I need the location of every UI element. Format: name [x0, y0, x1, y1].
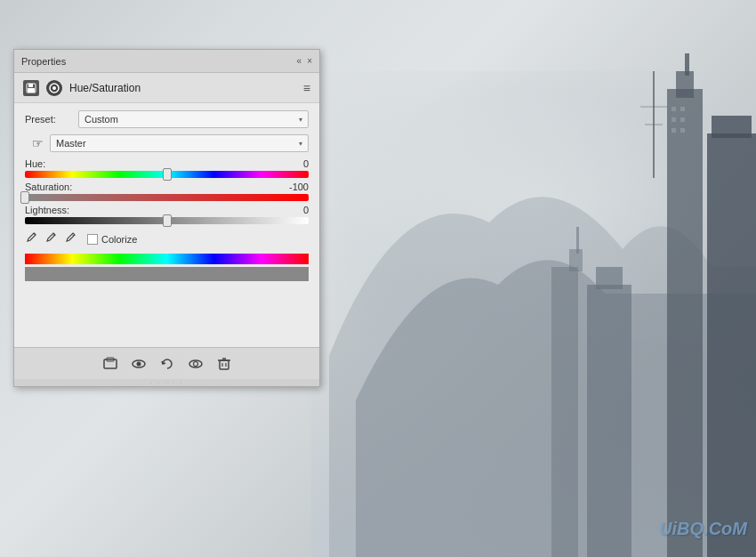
preset-dropdown-arrow: ▾ [299, 116, 302, 124]
svg-text:+: + [52, 232, 56, 238]
collapse-button[interactable]: « [297, 57, 302, 66]
fog-layer-1 [311, 71, 756, 338]
eyedropper-add-tool[interactable]: + [44, 231, 57, 246]
layer-icon[interactable] [46, 80, 62, 96]
preset-value: Custom [84, 114, 118, 125]
close-button[interactable]: × [307, 57, 312, 66]
panel-header: Hue/Saturation ≡ [14, 73, 319, 103]
colorize-checkbox-group: Colorize [87, 234, 137, 245]
properties-panel: Properties « × Hue/Saturation ≡ Preset: … [13, 49, 320, 387]
preset-label: Preset: [25, 114, 78, 125]
hue-section: Hue: 0 [25, 158, 309, 178]
saturation-slider-track[interactable] [25, 194, 309, 201]
color-bar-full [25, 254, 309, 264]
hue-value: 0 [303, 158, 309, 169]
preset-dropdown[interactable]: Custom ▾ [78, 110, 309, 128]
panel-menu-button[interactable]: ≡ [303, 81, 310, 95]
delete-icon[interactable] [217, 357, 231, 371]
hue-slider-thumb[interactable] [163, 168, 172, 181]
resize-handle[interactable]: · · · · · [14, 379, 319, 386]
hand-tool-icon[interactable]: ☞ [25, 133, 50, 153]
channel-value: Master [56, 138, 86, 149]
save-icon[interactable] [23, 80, 39, 96]
saturation-section: Saturation: -100 [25, 182, 309, 201]
panel-body: Preset: Custom ▾ ☞ Master ▾ Hue: 0 [14, 103, 319, 294]
hue-label: Hue: [25, 158, 78, 169]
svg-point-32 [193, 361, 197, 366]
svg-point-23 [52, 86, 56, 90]
titlebar-controls: « × [297, 57, 312, 66]
channel-dropdown-arrow: ▾ [299, 140, 302, 148]
svg-point-30 [136, 361, 141, 366]
lightness-slider-thumb[interactable] [163, 214, 172, 227]
panel-footer [14, 347, 319, 379]
svg-text:−: − [72, 232, 76, 238]
channel-dropdown[interactable]: Master ▾ [50, 134, 309, 152]
lightness-section: Lightness: 0 [25, 205, 309, 224]
tools-row: + − Colorize [25, 231, 309, 246]
svg-rect-20 [28, 84, 33, 87]
panel-spacer [14, 294, 319, 347]
svg-rect-33 [220, 360, 229, 369]
resize-dots: · · · · · [149, 379, 183, 387]
panel-header-title: Hue/Saturation [69, 82, 141, 94]
eye-preview-icon[interactable] [189, 357, 203, 371]
colorize-label: Colorize [101, 234, 137, 245]
color-bar-section [25, 254, 309, 281]
saturation-label-row: Saturation: -100 [25, 182, 309, 192]
saturation-label: Saturation: [25, 182, 78, 192]
color-bar-result [25, 270, 309, 281]
frame-icon[interactable] [103, 357, 117, 371]
eyedropper-tool[interactable] [25, 231, 37, 246]
svg-rect-21 [28, 88, 35, 93]
lightness-slider-track[interactable] [25, 217, 309, 224]
hue-slider-track[interactable] [25, 171, 309, 178]
eyedropper-remove-tool[interactable]: − [64, 231, 76, 246]
channel-row: ☞ Master ▾ [25, 133, 309, 153]
lightness-value: 0 [303, 205, 309, 215]
watermark: UiBQ.CoM [659, 519, 747, 539]
saturation-value: -100 [289, 182, 309, 192]
panel-titlebar: Properties « × [14, 50, 319, 73]
colorize-checkbox[interactable] [87, 234, 98, 245]
saturation-slider-thumb[interactable] [20, 191, 29, 204]
lightness-label: Lightness: [25, 205, 78, 215]
panel-title: Properties [21, 56, 66, 67]
visibility-icon[interactable] [132, 357, 146, 371]
reset-icon[interactable] [160, 357, 174, 371]
preset-row: Preset: Custom ▾ [25, 110, 309, 128]
svg-line-24 [34, 233, 36, 235]
